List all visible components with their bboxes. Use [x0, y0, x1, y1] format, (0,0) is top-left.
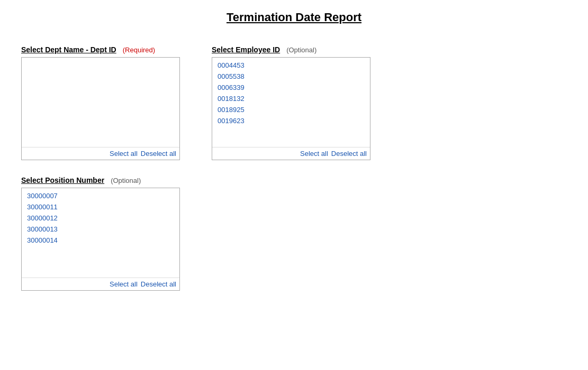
- page-title: Termination Date Report: [0, 0, 588, 40]
- employee-listbox[interactable]: 0004453 0005538 0006339 0018132 0018925 …: [212, 57, 370, 160]
- dept-panel-label: Select Dept Name - Dept ID: [21, 45, 116, 54]
- list-item[interactable]: 0018925: [212, 104, 370, 115]
- list-item[interactable]: 30000007: [22, 190, 179, 201]
- position-panel-optional: (Optional): [111, 177, 141, 184]
- dept-panel-required: (Required): [123, 46, 155, 54]
- employee-listbox-scroll[interactable]: 0004453 0005538 0006339 0018132 0018925 …: [212, 58, 370, 147]
- list-item[interactable]: 0005538: [212, 71, 370, 82]
- employee-panel-label: Select Employee ID: [212, 45, 280, 54]
- list-item[interactable]: 30000013: [22, 224, 179, 235]
- position-listbox[interactable]: 30000007 30000011 30000012 30000013 3000…: [21, 188, 180, 291]
- list-item[interactable]: 0004453: [212, 60, 370, 71]
- dept-listbox[interactable]: Select all Deselect all: [21, 57, 180, 160]
- dept-listbox-actions: Select all Deselect all: [22, 147, 179, 160]
- list-item[interactable]: 30000014: [22, 235, 179, 246]
- employee-listbox-actions: Select all Deselect all: [212, 147, 370, 160]
- position-listbox-actions: Select all Deselect all: [22, 278, 179, 290]
- dept-listbox-scroll[interactable]: [22, 58, 179, 147]
- employee-select-all[interactable]: Select all: [300, 150, 328, 158]
- employee-deselect-all[interactable]: Deselect all: [331, 150, 367, 158]
- position-panel-label: Select Position Number: [21, 176, 104, 184]
- employee-panel: Select Employee ID (Optional) 0004453 00…: [212, 45, 370, 160]
- dept-select-all[interactable]: Select all: [110, 150, 138, 158]
- list-item[interactable]: 30000012: [22, 212, 179, 224]
- list-item[interactable]: 0018132: [212, 93, 370, 104]
- position-panel: Select Position Number (Optional) 300000…: [21, 176, 180, 291]
- dept-deselect-all[interactable]: Deselect all: [141, 150, 176, 158]
- position-deselect-all[interactable]: Deselect all: [141, 280, 176, 288]
- position-select-all[interactable]: Select all: [110, 280, 138, 288]
- list-item[interactable]: 0019623: [212, 115, 370, 126]
- list-item[interactable]: 0006339: [212, 82, 370, 93]
- list-item[interactable]: 30000011: [22, 201, 179, 212]
- dept-panel: Select Dept Name - Dept ID (Required) Se…: [21, 45, 180, 160]
- dept-panel-header: Select Dept Name - Dept ID (Required): [21, 45, 180, 54]
- position-panel-header: Select Position Number (Optional): [21, 176, 180, 184]
- employee-panel-header: Select Employee ID (Optional): [212, 45, 370, 54]
- employee-panel-optional: (Optional): [286, 46, 316, 54]
- position-listbox-scroll[interactable]: 30000007 30000011 30000012 30000013 3000…: [22, 188, 179, 278]
